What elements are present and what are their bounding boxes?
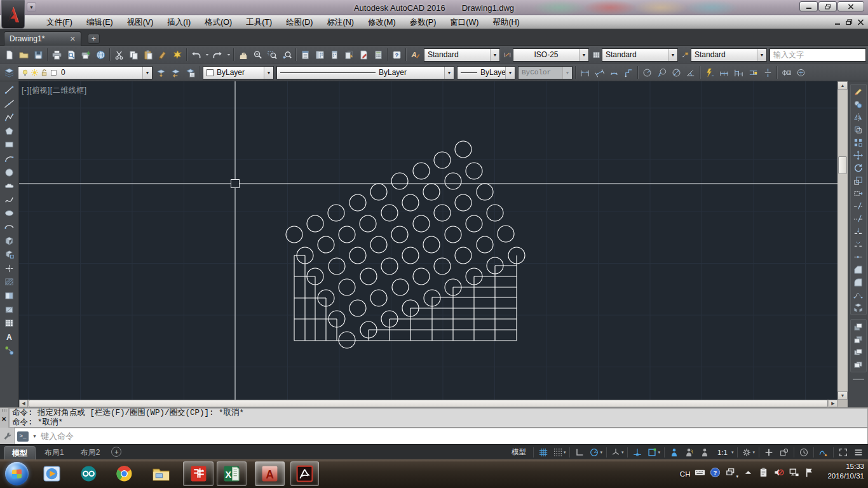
offset-button[interactable] [851,123,866,136]
chevron-down-icon[interactable]: ▼ [264,67,273,79]
table-button[interactable] [3,318,17,329]
layout-tab-model[interactable]: 模型 [4,446,36,459]
menu-w[interactable]: 窗口(W) [443,15,485,29]
properties-button[interactable] [298,48,313,62]
gradient-button[interactable] [3,290,17,301]
command-history[interactable]: 命令: 指定对角点或 [栏选(F)/圈围(WP)/圈交(CP)]: *取消* 命… [9,408,868,428]
rotate-button[interactable] [851,161,866,174]
tab-close-icon[interactable]: ✕ [70,35,76,43]
annotation-scale-button[interactable] [698,446,712,459]
tolerance-button[interactable]: .1 [779,65,794,80]
ellipse-button[interactable] [3,208,17,219]
close-button[interactable] [837,1,864,11]
acrobat-taskbar-button[interactable] [290,461,319,486]
copy-clip-button[interactable] [126,48,141,62]
annotation-scale-value[interactable]: 1:1▾ [713,446,735,459]
stretch-button[interactable] [851,187,866,200]
layer-properties-button[interactable] [2,65,17,80]
horizontal-scroll-thumb[interactable] [29,400,828,407]
qat-dropdown-button[interactable]: ▾ [27,3,36,11]
menu-v[interactable]: 视图(V) [120,15,161,29]
block-editor-button[interactable] [170,48,185,62]
chevron-down-icon[interactable]: ▼ [668,49,677,61]
text-style-a-button[interactable]: A [408,48,423,62]
window-tray-icon[interactable]: ▾ [725,467,738,480]
fillet-button[interactable] [851,276,866,288]
caret-icon[interactable] [203,48,210,62]
insert-block-button[interactable] [3,236,17,247]
chevron-down-icon[interactable]: ▾ [752,450,755,455]
action-center-tray-icon[interactable] [804,467,815,480]
graphics-performance-button[interactable] [817,446,831,459]
open-file-button[interactable] [17,48,31,62]
match-properties-button[interactable] [156,48,170,62]
diameter-dim-button[interactable] [669,65,684,80]
keyboard-layout-tray-icon[interactable] [695,467,705,480]
chevron-down-icon[interactable]: ▼ [444,67,454,79]
tarch-cad-taskbar-button[interactable] [183,461,214,486]
toolbar-drag-handle[interactable] [853,379,864,380]
explode-button[interactable] [851,301,866,314]
plot-preview-button[interactable] [64,48,79,62]
bring-to-front-button[interactable] [851,320,866,333]
scroll-down-arrow[interactable]: ▼ [837,391,848,400]
scroll-up-arrow[interactable]: ▲ [837,81,848,90]
menu-o[interactable]: 格式(O) [198,15,239,29]
blend-curves-button[interactable] [851,288,866,301]
batch-plot-button[interactable] [79,48,93,62]
object-snap-tracking-button[interactable] [630,446,644,459]
isolate-objects-button[interactable] [777,446,791,459]
chevron-down-icon[interactable]: ▾ [600,450,602,455]
mdi-restore-button[interactable] [846,17,853,28]
snap-mode-button[interactable]: ▾ [552,446,567,459]
help-button[interactable]: ? [390,48,404,62]
zoom-window-button[interactable] [265,48,280,62]
chevron-down-icon[interactable]: ▾ [564,450,566,455]
start-button[interactable] [5,462,29,485]
chevron-down-icon[interactable]: ▾ [658,450,660,455]
hidden-icons-button[interactable] [743,467,754,480]
layout-tab-layout2[interactable]: 布局2 [73,446,108,459]
command-close-icon[interactable]: ✕ [1,416,6,423]
object-snap-button[interactable]: ▾ [646,446,661,459]
arc-length-dim-button[interactable] [607,65,621,80]
menu-i[interactable]: 插入(I) [160,15,198,29]
chevron-down-icon[interactable]: ▾ [621,450,624,455]
dim-break-button[interactable] [761,65,775,80]
chevron-down-icon[interactable]: ▼ [142,67,152,79]
radius-dim-button[interactable] [640,65,654,80]
markup-set-button[interactable] [356,48,371,62]
isodraft-button[interactable]: ▾ [609,446,625,459]
new-file-button[interactable] [2,48,17,62]
minimize-button[interactable] [799,1,818,11]
publish-web-button[interactable] [93,48,108,62]
hatch-button[interactable] [3,276,17,287]
region-button[interactable] [3,304,17,315]
network-tray-icon[interactable] [789,467,799,480]
command-customize-button[interactable] [0,428,14,445]
extend-button[interactable] [851,212,866,225]
tool-palettes-button[interactable] [327,48,342,62]
revision-cloud-button[interactable] [3,180,17,191]
angular-dim-button[interactable] [684,65,698,80]
new-layout-button[interactable]: + [111,447,121,457]
dim-space-button[interactable] [746,65,761,80]
layer-combo[interactable]: 0 ▼ [18,66,153,79]
break-at-point-button[interactable] [851,225,866,238]
excel-taskbar-button[interactable]: X [217,461,247,486]
mtext-button[interactable]: A [3,332,17,342]
menu-t[interactable]: 工具(T) [239,15,279,29]
aligned-dim-button[interactable] [592,65,607,80]
grid-display-button[interactable] [536,446,550,459]
viewport-controls-label[interactable]: [-][俯视][二维线框] [22,85,87,96]
restore-button[interactable] [818,1,837,11]
application-menu-button[interactable] [1,0,25,29]
layer-freeze-sun-icon[interactable] [31,69,39,77]
dim-style-combo[interactable]: ISO-25▼ [513,48,589,62]
polar-tracking-button[interactable]: ▾ [588,446,604,459]
center-mark-button[interactable] [794,65,808,80]
text-style-combo[interactable]: Standard▼ [424,48,500,62]
scroll-right-arrow[interactable]: ▶ [829,400,837,407]
copy-button[interactable] [851,98,866,111]
send-below-button[interactable] [851,358,866,371]
